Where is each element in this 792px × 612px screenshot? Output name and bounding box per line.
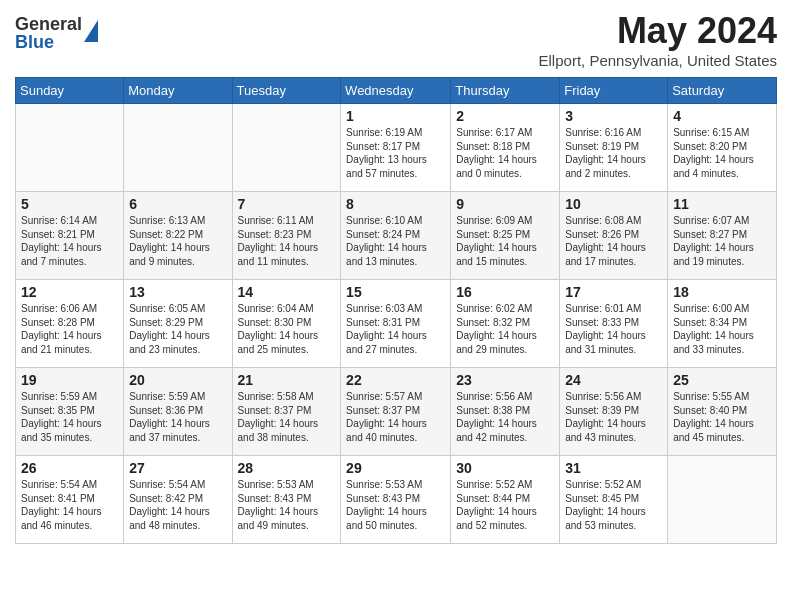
calendar-cell: 9Sunrise: 6:09 AMSunset: 8:25 PMDaylight… — [451, 192, 560, 280]
day-info: Sunrise: 6:02 AMSunset: 8:32 PMDaylight:… — [456, 302, 554, 356]
day-info: Sunrise: 5:52 AMSunset: 8:45 PMDaylight:… — [565, 478, 662, 532]
day-info: Sunrise: 6:00 AMSunset: 8:34 PMDaylight:… — [673, 302, 771, 356]
day-info: Sunrise: 6:08 AMSunset: 8:26 PMDaylight:… — [565, 214, 662, 268]
day-info: Sunrise: 6:03 AMSunset: 8:31 PMDaylight:… — [346, 302, 445, 356]
calendar-cell: 28Sunrise: 5:53 AMSunset: 8:43 PMDayligh… — [232, 456, 341, 544]
day-info: Sunrise: 6:05 AMSunset: 8:29 PMDaylight:… — [129, 302, 226, 356]
calendar-cell: 25Sunrise: 5:55 AMSunset: 8:40 PMDayligh… — [668, 368, 777, 456]
day-number: 27 — [129, 460, 226, 476]
day-info: Sunrise: 6:15 AMSunset: 8:20 PMDaylight:… — [673, 126, 771, 180]
calendar-table: SundayMondayTuesdayWednesdayThursdayFrid… — [15, 77, 777, 544]
calendar-cell: 5Sunrise: 6:14 AMSunset: 8:21 PMDaylight… — [16, 192, 124, 280]
day-info: Sunrise: 5:55 AMSunset: 8:40 PMDaylight:… — [673, 390, 771, 444]
day-number: 7 — [238, 196, 336, 212]
day-info: Sunrise: 6:19 AMSunset: 8:17 PMDaylight:… — [346, 126, 445, 180]
calendar-cell: 22Sunrise: 5:57 AMSunset: 8:37 PMDayligh… — [341, 368, 451, 456]
calendar-cell: 6Sunrise: 6:13 AMSunset: 8:22 PMDaylight… — [124, 192, 232, 280]
calendar-cell: 29Sunrise: 5:53 AMSunset: 8:43 PMDayligh… — [341, 456, 451, 544]
calendar-cell: 21Sunrise: 5:58 AMSunset: 8:37 PMDayligh… — [232, 368, 341, 456]
day-number: 11 — [673, 196, 771, 212]
calendar-cell: 27Sunrise: 5:54 AMSunset: 8:42 PMDayligh… — [124, 456, 232, 544]
calendar-cell: 10Sunrise: 6:08 AMSunset: 8:26 PMDayligh… — [560, 192, 668, 280]
column-header-monday: Monday — [124, 78, 232, 104]
day-number: 23 — [456, 372, 554, 388]
day-info: Sunrise: 5:59 AMSunset: 8:35 PMDaylight:… — [21, 390, 118, 444]
day-number: 9 — [456, 196, 554, 212]
calendar-cell: 23Sunrise: 5:56 AMSunset: 8:38 PMDayligh… — [451, 368, 560, 456]
calendar-cell: 19Sunrise: 5:59 AMSunset: 8:35 PMDayligh… — [16, 368, 124, 456]
day-info: Sunrise: 6:01 AMSunset: 8:33 PMDaylight:… — [565, 302, 662, 356]
day-info: Sunrise: 6:17 AMSunset: 8:18 PMDaylight:… — [456, 126, 554, 180]
day-number: 19 — [21, 372, 118, 388]
calendar-cell — [232, 104, 341, 192]
calendar-week-1: 1Sunrise: 6:19 AMSunset: 8:17 PMDaylight… — [16, 104, 777, 192]
calendar-week-4: 19Sunrise: 5:59 AMSunset: 8:35 PMDayligh… — [16, 368, 777, 456]
day-number: 17 — [565, 284, 662, 300]
calendar-cell — [668, 456, 777, 544]
day-info: Sunrise: 5:57 AMSunset: 8:37 PMDaylight:… — [346, 390, 445, 444]
day-number: 12 — [21, 284, 118, 300]
logo: General Blue — [15, 15, 98, 51]
calendar-cell: 12Sunrise: 6:06 AMSunset: 8:28 PMDayligh… — [16, 280, 124, 368]
day-info: Sunrise: 5:53 AMSunset: 8:43 PMDaylight:… — [346, 478, 445, 532]
day-info: Sunrise: 5:52 AMSunset: 8:44 PMDaylight:… — [456, 478, 554, 532]
calendar-week-2: 5Sunrise: 6:14 AMSunset: 8:21 PMDaylight… — [16, 192, 777, 280]
day-number: 5 — [21, 196, 118, 212]
day-number: 24 — [565, 372, 662, 388]
calendar-body: 1Sunrise: 6:19 AMSunset: 8:17 PMDaylight… — [16, 104, 777, 544]
day-info: Sunrise: 5:54 AMSunset: 8:41 PMDaylight:… — [21, 478, 118, 532]
calendar-cell: 31Sunrise: 5:52 AMSunset: 8:45 PMDayligh… — [560, 456, 668, 544]
day-number: 13 — [129, 284, 226, 300]
day-number: 2 — [456, 108, 554, 124]
calendar-cell: 3Sunrise: 6:16 AMSunset: 8:19 PMDaylight… — [560, 104, 668, 192]
day-info: Sunrise: 5:56 AMSunset: 8:38 PMDaylight:… — [456, 390, 554, 444]
day-number: 20 — [129, 372, 226, 388]
day-number: 21 — [238, 372, 336, 388]
day-info: Sunrise: 6:06 AMSunset: 8:28 PMDaylight:… — [21, 302, 118, 356]
day-info: Sunrise: 6:16 AMSunset: 8:19 PMDaylight:… — [565, 126, 662, 180]
day-info: Sunrise: 6:07 AMSunset: 8:27 PMDaylight:… — [673, 214, 771, 268]
logo-blue: Blue — [15, 33, 82, 51]
calendar-cell: 7Sunrise: 6:11 AMSunset: 8:23 PMDaylight… — [232, 192, 341, 280]
calendar-cell — [16, 104, 124, 192]
location-subtitle: Ellport, Pennsylvania, United States — [539, 52, 777, 69]
day-info: Sunrise: 6:04 AMSunset: 8:30 PMDaylight:… — [238, 302, 336, 356]
logo-triangle-icon — [84, 20, 98, 42]
day-number: 25 — [673, 372, 771, 388]
calendar-header-row: SundayMondayTuesdayWednesdayThursdayFrid… — [16, 78, 777, 104]
day-number: 6 — [129, 196, 226, 212]
calendar-cell: 8Sunrise: 6:10 AMSunset: 8:24 PMDaylight… — [341, 192, 451, 280]
page-header: General Blue May 2024 Ellport, Pennsylva… — [15, 10, 777, 69]
day-info: Sunrise: 5:53 AMSunset: 8:43 PMDaylight:… — [238, 478, 336, 532]
column-header-sunday: Sunday — [16, 78, 124, 104]
calendar-cell: 15Sunrise: 6:03 AMSunset: 8:31 PMDayligh… — [341, 280, 451, 368]
calendar-cell: 4Sunrise: 6:15 AMSunset: 8:20 PMDaylight… — [668, 104, 777, 192]
day-info: Sunrise: 5:58 AMSunset: 8:37 PMDaylight:… — [238, 390, 336, 444]
day-number: 22 — [346, 372, 445, 388]
calendar-cell: 16Sunrise: 6:02 AMSunset: 8:32 PMDayligh… — [451, 280, 560, 368]
month-year-title: May 2024 — [539, 10, 777, 52]
calendar-cell: 17Sunrise: 6:01 AMSunset: 8:33 PMDayligh… — [560, 280, 668, 368]
day-info: Sunrise: 5:54 AMSunset: 8:42 PMDaylight:… — [129, 478, 226, 532]
calendar-cell: 14Sunrise: 6:04 AMSunset: 8:30 PMDayligh… — [232, 280, 341, 368]
day-number: 10 — [565, 196, 662, 212]
column-header-wednesday: Wednesday — [341, 78, 451, 104]
day-info: Sunrise: 6:14 AMSunset: 8:21 PMDaylight:… — [21, 214, 118, 268]
calendar-cell — [124, 104, 232, 192]
calendar-week-3: 12Sunrise: 6:06 AMSunset: 8:28 PMDayligh… — [16, 280, 777, 368]
calendar-cell: 18Sunrise: 6:00 AMSunset: 8:34 PMDayligh… — [668, 280, 777, 368]
day-info: Sunrise: 6:09 AMSunset: 8:25 PMDaylight:… — [456, 214, 554, 268]
column-header-thursday: Thursday — [451, 78, 560, 104]
column-header-tuesday: Tuesday — [232, 78, 341, 104]
calendar-cell: 13Sunrise: 6:05 AMSunset: 8:29 PMDayligh… — [124, 280, 232, 368]
day-info: Sunrise: 6:10 AMSunset: 8:24 PMDaylight:… — [346, 214, 445, 268]
day-number: 4 — [673, 108, 771, 124]
day-number: 14 — [238, 284, 336, 300]
calendar-cell: 2Sunrise: 6:17 AMSunset: 8:18 PMDaylight… — [451, 104, 560, 192]
title-block: May 2024 Ellport, Pennsylvania, United S… — [539, 10, 777, 69]
column-header-friday: Friday — [560, 78, 668, 104]
day-info: Sunrise: 6:11 AMSunset: 8:23 PMDaylight:… — [238, 214, 336, 268]
day-info: Sunrise: 5:59 AMSunset: 8:36 PMDaylight:… — [129, 390, 226, 444]
day-number: 3 — [565, 108, 662, 124]
logo-text: General Blue — [15, 15, 82, 51]
